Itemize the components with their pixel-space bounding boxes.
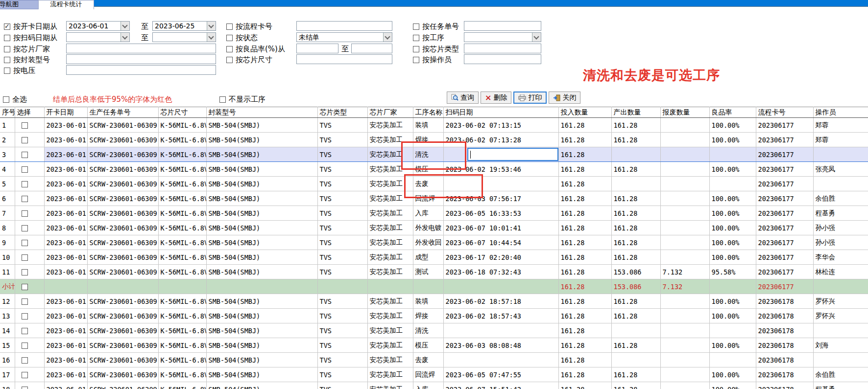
select-all-checkbox[interactable] — [3, 96, 9, 103]
row-select-checkbox[interactable] — [22, 225, 28, 231]
scan-date-to-combo[interactable] — [152, 32, 216, 42]
cell-select — [15, 191, 44, 206]
card-no-checkbox[interactable] — [226, 23, 233, 30]
table-row[interactable]: 12023-06-01SCRW-230601-06309K-56MIL-6.8V… — [0, 118, 868, 133]
chip-type-checkbox[interactable] — [413, 46, 419, 52]
task-no-checkbox[interactable] — [413, 23, 419, 30]
tab-process-card-stats[interactable]: 流程卡统计 — [38, 0, 94, 9]
row-select-checkbox[interactable] — [22, 210, 28, 217]
chevron-down-icon[interactable] — [532, 33, 541, 42]
cell-yield: 100.00% — [709, 294, 756, 309]
print-button[interactable]: 打印 — [513, 92, 547, 104]
cell-chip-size: K-56MIL-6.8V — [158, 221, 206, 235]
table-row[interactable]: 92023-06-01SCRW-230601-06309K-56MIL-6.8V… — [0, 235, 868, 250]
table-row[interactable]: 102023-06-01SCRW-230601-06309K-56MIL-6.8… — [0, 250, 868, 265]
cell-seq: 小计 — [0, 279, 15, 294]
cell-card-no: 202306178 — [756, 382, 813, 389]
row-select-checkbox[interactable] — [22, 166, 28, 173]
row-select-checkbox[interactable] — [22, 181, 28, 187]
cell-chip-type: TVS — [317, 309, 367, 323]
chevron-down-icon[interactable] — [383, 33, 392, 42]
table-row[interactable]: 152023-06-01SCRW-230601-06309K-56MIL-6.8… — [0, 338, 868, 353]
voltage-checkbox[interactable] — [4, 68, 10, 74]
cell-vendor: 安芯美加工 — [367, 147, 413, 162]
table-row[interactable]: 72023-06-01SCRW-230601-06309K-56MIL-6.8V… — [0, 206, 868, 221]
status-checkbox[interactable] — [226, 35, 233, 41]
chip-size-input[interactable] — [296, 54, 392, 64]
package-model-checkbox[interactable] — [4, 57, 10, 63]
row-select-checkbox[interactable] — [22, 343, 28, 349]
table-row[interactable]: 132023-06-01SCRW-230601-06309K-56MIL-6.8… — [0, 309, 868, 323]
hide-process-checkbox[interactable] — [219, 96, 226, 103]
chip-type-input[interactable] — [464, 44, 541, 53]
voltage-input[interactable] — [66, 65, 216, 75]
table-row[interactable]: 62023-06-01SCRW-230601-06309K-56MIL-6.8V… — [0, 191, 868, 206]
cell-chip-size: K-56MIL-6.8V — [158, 265, 206, 279]
cell-yield: 100.00% — [709, 133, 756, 147]
cell-operator: 罗怀兴 — [813, 294, 868, 309]
row-select-checkbox[interactable] — [22, 328, 28, 334]
row-select-checkbox[interactable] — [22, 122, 28, 129]
table-row[interactable]: 172023-06-01SCRW-230601-06309K-56MIL-6.8… — [0, 367, 868, 382]
cell-open-date: 2023-06-01 — [44, 265, 87, 279]
table-row[interactable]: 162023-06-01SCRW-230601-06309K-56MIL-6.8… — [0, 353, 868, 367]
scan-date-from-combo[interactable] — [66, 32, 130, 42]
open-date-from-combo[interactable]: 2023-06-01 — [66, 21, 130, 31]
close-button[interactable]: 关闭 — [549, 92, 580, 104]
open-date-checkbox[interactable] — [4, 23, 10, 30]
scan-date-checkbox[interactable] — [4, 35, 10, 41]
status-combo[interactable]: 未结单 — [296, 32, 392, 42]
package-model-input[interactable] — [66, 54, 216, 64]
subtotal-row[interactable]: 小计161.28153.0867.132202306177 — [0, 279, 868, 294]
row-select-checkbox[interactable] — [22, 269, 28, 275]
chip-size-checkbox[interactable] — [226, 57, 233, 63]
row-select-checkbox[interactable] — [22, 196, 28, 202]
yield-from-input[interactable] — [296, 44, 338, 53]
open-date-to-combo[interactable]: 2023-06-25 — [152, 21, 216, 31]
row-select-checkbox[interactable] — [22, 254, 28, 261]
table-row[interactable]: 42023-06-01SCRW-230601-06309K-56MIL-6.8V… — [0, 162, 868, 177]
chevron-down-icon[interactable] — [207, 22, 216, 30]
cell-package: SMB-504(SMBJ) — [206, 338, 317, 353]
table-row[interactable]: 32023-06-01SCRW-230601-06309K-56MIL-6.8V… — [0, 147, 868, 162]
row-select-checkbox[interactable] — [22, 298, 28, 305]
task-no-input[interactable] — [464, 21, 541, 31]
delete-button[interactable]: × 删除 — [481, 92, 511, 104]
yield-rate-checkbox[interactable] — [226, 46, 233, 52]
cell-qty-in: 161.28 — [558, 265, 611, 279]
row-select-checkbox[interactable] — [22, 313, 28, 320]
row-select-checkbox[interactable] — [22, 357, 28, 364]
row-select-checkbox[interactable] — [22, 387, 28, 389]
process-combo[interactable] — [464, 32, 541, 42]
chevron-down-icon[interactable] — [121, 22, 129, 30]
row-select-checkbox[interactable] — [22, 137, 28, 143]
cell-select — [15, 177, 44, 191]
cell-open-date: 2023-06-01 — [44, 250, 87, 265]
row-select-checkbox[interactable] — [22, 372, 28, 378]
yield-to-input[interactable] — [351, 44, 392, 53]
scan-date-edit-input[interactable] — [467, 148, 558, 161]
cell-chip-type: TVS — [317, 162, 367, 177]
table-row[interactable]: 52023-06-01SCRW-230601-06309K-56MIL-6.8V… — [0, 177, 868, 191]
cell-yield — [709, 279, 756, 294]
chevron-down-icon[interactable] — [121, 33, 129, 42]
operator-checkbox[interactable] — [413, 57, 419, 63]
table-row[interactable]: 182023-06-01SCRW-230601-06309K-56MIL-6.8… — [0, 382, 868, 389]
chip-vendor-checkbox[interactable] — [4, 46, 10, 52]
row-select-checkbox[interactable] — [22, 284, 28, 290]
cell-yield: 100.00% — [709, 206, 756, 221]
row-select-checkbox[interactable] — [22, 152, 28, 158]
table-row[interactable]: 112023-06-01SCRW-230601-06309K-56MIL-6.8… — [0, 265, 868, 279]
query-button[interactable]: 查询 — [447, 92, 479, 104]
hide-process-control: 不显示工序 — [219, 95, 265, 104]
row-select-checkbox[interactable] — [22, 240, 28, 246]
table-row[interactable]: 82023-06-01SCRW-230601-06309K-56MIL-6.8V… — [0, 221, 868, 235]
chevron-down-icon[interactable] — [207, 33, 216, 42]
chip-vendor-input[interactable] — [66, 44, 216, 53]
table-row[interactable]: 142023-06-01SCRW-230601-06309K-56MIL-6.8… — [0, 323, 868, 338]
card-no-input[interactable] — [296, 21, 392, 31]
operator-input[interactable] — [464, 54, 541, 64]
process-checkbox[interactable] — [413, 35, 419, 41]
table-row[interactable]: 122023-06-01SCRW-230601-06309K-56MIL-6.8… — [0, 294, 868, 309]
table-row[interactable]: 22023-06-01SCRW-230601-06309K-56MIL-6.8V… — [0, 133, 868, 147]
